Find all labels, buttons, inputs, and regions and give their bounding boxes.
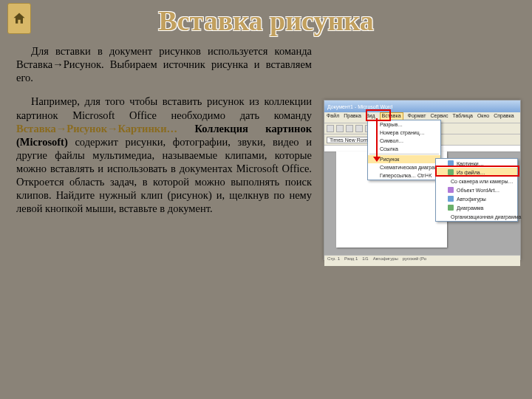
menu-entry: Со сканера или камеры… xyxy=(436,177,517,185)
menu-entry: Ссылка xyxy=(368,145,440,153)
status-segment: Стр. 1 xyxy=(327,256,340,265)
word-screenshot: Документ1 - Microsoft Word ФайлПравкаВид… xyxy=(324,100,521,260)
paragraph-1: Для вставки в документ рисунков использу… xyxy=(16,44,312,84)
menu-icon xyxy=(448,187,454,193)
menu-entry: Номера страниц… xyxy=(368,129,440,137)
insert-menu: Разрыв…Номера страниц…Символ…СсылкаРисун… xyxy=(367,120,441,180)
red-arrow-line xyxy=(376,118,378,158)
menu-icon xyxy=(448,205,454,211)
menu-item: Справка xyxy=(494,113,514,122)
menu-item: Таблица xyxy=(452,113,472,122)
menu-entry: Разрыв… xyxy=(368,120,440,129)
menu-entry: Автофигуры xyxy=(436,194,517,203)
status-segment: 1/1 xyxy=(362,256,368,265)
menu-item: Правка xyxy=(344,113,361,122)
status-segment: Автофигуры xyxy=(373,256,398,265)
window-titlebar: Документ1 - Microsoft Word xyxy=(324,100,520,112)
menu-entry: Объект WordArt… xyxy=(436,185,517,194)
tb-icon xyxy=(355,125,363,132)
highlight-from-file xyxy=(435,166,519,177)
menu-item: Файл xyxy=(327,113,339,122)
menu-entry: Диаграмма xyxy=(436,203,517,212)
menu-entry: Гиперссылка… Ctrl+K xyxy=(368,171,440,180)
status-segment: русский (Ро xyxy=(403,256,426,265)
red-arrow-head-icon xyxy=(373,157,381,162)
body-text: Для вставки в документ рисунков использу… xyxy=(16,44,312,226)
menu-item: Окно xyxy=(477,113,489,122)
status-bar: Стр. 1Разд 11/1Автофигурырусский (Ро xyxy=(324,255,520,266)
menu-entry: Организационная диаграмма xyxy=(436,212,517,221)
slide-title: Вставка рисунка xyxy=(0,4,532,37)
tb-icon xyxy=(336,125,344,132)
menu-entry: Схематическая диаграмма… xyxy=(368,163,440,171)
tb-icon xyxy=(327,125,334,132)
status-segment: Разд 1 xyxy=(344,256,358,265)
paragraph-2: Например, для того чтобы вставить рисуно… xyxy=(16,95,312,215)
highlight-insert-menu xyxy=(366,109,391,121)
menu-entry: Символ… xyxy=(368,137,440,145)
menu-icon xyxy=(448,196,454,202)
tb-icon xyxy=(346,125,353,132)
